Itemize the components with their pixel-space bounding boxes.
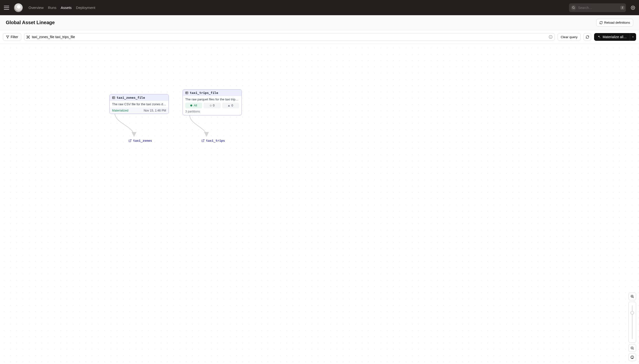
reload-definitions-button[interactable]: Reload definitions [596, 19, 633, 26]
zoom-controls [628, 292, 636, 361]
search-icon [571, 5, 576, 10]
graph-icon [26, 35, 30, 39]
zoom-fit-button[interactable] [628, 354, 636, 361]
svg-point-6 [29, 36, 30, 36]
materialize-all-label: Materialize all… [602, 35, 627, 39]
refresh-graph-button[interactable] [583, 33, 591, 41]
materialize-dropdown-button[interactable] [630, 33, 636, 41]
svg-point-8 [29, 38, 30, 38]
asset-node-taxi-trips-file[interactable]: taxi_trips_file The raw parquet files fo… [183, 89, 242, 116]
chevron-down-icon [632, 36, 634, 38]
settings-icon[interactable] [631, 6, 635, 10]
svg-line-1 [574, 8, 574, 9]
global-search-input[interactable] [578, 6, 620, 10]
svg-point-7 [27, 38, 28, 38]
nav-runs[interactable]: Runs [48, 6, 57, 10]
zoom-handle[interactable] [630, 311, 634, 314]
partition-pill-all: All [185, 102, 202, 108]
asset-query-field[interactable] [24, 33, 555, 41]
downstream-link-taxi-trips[interactable]: taxi_trips [201, 139, 225, 142]
page-title: Global Asset Lineage [6, 20, 55, 25]
svg-point-15 [550, 36, 551, 36]
asset-graph-canvas[interactable]: taxi_zones_file The raw CSV file for the… [0, 44, 639, 364]
global-search[interactable]: / [569, 4, 626, 12]
svg-line-23 [130, 140, 131, 141]
nav-assets[interactable]: Assets [61, 6, 72, 10]
partition-pill-missing: 0 [204, 102, 221, 108]
refresh-icon [586, 35, 589, 39]
filter-label: Filter [11, 35, 18, 39]
svg-marker-3 [6, 36, 9, 38]
asset-query-input[interactable] [32, 35, 547, 39]
node-timestamp: Nov 15, 1:46 PM [144, 109, 166, 112]
partition-pill-failed: 0 [222, 102, 239, 108]
nav-deployment[interactable]: Deployment [76, 6, 95, 10]
table-icon [112, 96, 115, 99]
svg-line-26 [633, 297, 634, 298]
filter-icon [6, 36, 9, 38]
clear-query-label: Clear query [561, 35, 578, 39]
downstream-link-taxi-zones[interactable]: taxi_zones [129, 139, 152, 142]
clear-query-button[interactable]: Clear query [558, 33, 581, 41]
downstream-label: taxi_trips [206, 139, 225, 142]
node-title: taxi_zones_file [117, 96, 145, 100]
nav-overview[interactable]: Overview [29, 6, 44, 10]
refresh-icon [599, 21, 603, 24]
asset-node-taxi-zones-file[interactable]: taxi_zones_file The raw CSV file for the… [109, 94, 169, 114]
svg-rect-20 [186, 92, 188, 94]
info-icon[interactable] [549, 35, 552, 39]
graph-edges [0, 44, 639, 364]
node-status: Materialized [112, 109, 128, 112]
zoom-in-button[interactable] [628, 292, 636, 300]
filter-button[interactable]: Filter [3, 33, 21, 41]
svg-point-2 [632, 7, 634, 8]
node-description: The raw CSV file for the taxi zones dat… [110, 101, 169, 108]
downstream-label: taxi_zones [133, 139, 152, 142]
node-title: taxi_trips_file [190, 91, 218, 94]
svg-line-24 [203, 140, 204, 141]
app-logo [14, 4, 23, 12]
partition-count: 3 partitions [183, 109, 242, 115]
materialize-all-button[interactable]: Materialize all… [594, 33, 630, 41]
zoom-slider[interactable] [628, 302, 636, 343]
svg-line-30 [633, 349, 634, 350]
sidebar-toggle[interactable] [4, 4, 11, 11]
svg-marker-16 [632, 37, 634, 38]
search-shortcut-badge: / [620, 6, 624, 10]
zoom-out-button[interactable] [628, 344, 636, 352]
table-icon [185, 91, 188, 94]
external-link-icon [201, 139, 205, 142]
svg-point-0 [572, 6, 574, 8]
node-description: The raw parquet files for the taxi trips… [183, 96, 242, 102]
reload-definitions-label: Reload definitions [604, 21, 630, 24]
svg-rect-17 [113, 96, 115, 99]
external-link-icon [129, 139, 132, 142]
sparkle-icon [597, 35, 600, 38]
svg-point-5 [27, 36, 28, 36]
